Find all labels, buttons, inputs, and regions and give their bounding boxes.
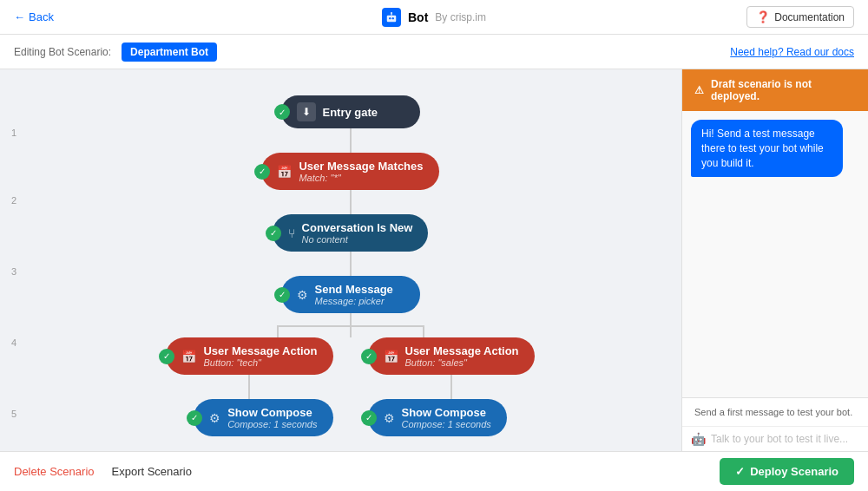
entry-download-icon: ⬇ [297, 102, 316, 121]
row-5: ✓ 📅 User Message Action Button: "tech" ✓ [36, 337, 664, 399]
alert-text: Draft scenario is not deployed. [711, 78, 856, 102]
svg-point-2 [392, 17, 394, 19]
row-num-2: 2 [0, 147, 28, 219]
connector-1 [350, 128, 352, 153]
side-panel: ⚠ Draft scenario is not deployed. Hi! Se… [681, 69, 868, 451]
bot-icon [382, 8, 401, 27]
gear-icon-1: ⚙ [297, 288, 308, 302]
canvas-area[interactable]: 1 2 3 4 5 6 ✓ ⬇ Entry gate [0, 69, 681, 451]
user-action-2-node[interactable]: ✓ 📅 User Message Action Button: "sales" [368, 337, 535, 375]
show-col-right: ✓ ⚙ Show Compose Compose: 1 seconds [368, 399, 507, 436]
user-action-1-text: User Message Action Button: "tech" [203, 344, 317, 368]
sub-bar: Editing Bot Scenario: Department Bot Nee… [0, 35, 868, 69]
back-button[interactable]: ← Back [14, 10, 54, 23]
row-2: ✓ 📅 User Message Matches Match: "*" [36, 153, 664, 214]
check-icon-5b: ✓ [361, 349, 377, 364]
send-msg-text: Send Message Message: picker [315, 283, 393, 306]
chat-input-row[interactable]: 🤖 Talk to your bot to test it live... [682, 427, 868, 451]
check-icon-2: ✓ [254, 164, 270, 180]
delete-scenario-link[interactable]: Delete Scenario [14, 465, 95, 478]
check-icon-5a: ✓ [159, 349, 174, 364]
app-subtitle: By crisp.im [435, 11, 486, 23]
user-action-2-sub: Button: "sales" [405, 357, 519, 368]
branch-col-right: ✓ 📅 User Message Action Button: "sales" [368, 337, 535, 399]
show-compose-1-title: Show Compose [227, 406, 317, 419]
user-action-2-text: User Message Action Button: "sales" [405, 344, 519, 368]
connector-3 [350, 252, 352, 276]
row-num-5: 5 [0, 361, 28, 432]
deploy-scenario-button[interactable]: ✓ Deploy Scenario [720, 458, 854, 485]
user-msg-title: User Message Matches [299, 160, 423, 173]
svg-rect-0 [387, 15, 397, 22]
top-bar-center: Bot By crisp.im [382, 8, 486, 27]
warning-icon: ⚠ [694, 84, 704, 96]
entry-gate-node[interactable]: ✓ ⬇ Entry gate [281, 95, 420, 128]
bottom-bar: Delete Scenario Export Scenario ✓ Deploy… [0, 451, 868, 491]
help-link[interactable]: Need help? Read our docs [730, 46, 854, 58]
row-num-1: 1 [0, 69, 28, 147]
entry-gate-title: Entry gate [323, 106, 378, 119]
check-icon-4: ✓ [274, 287, 290, 303]
check-icon-1: ✓ [274, 104, 290, 120]
back-arrow-icon: ← [14, 10, 25, 23]
send-msg-sub: Message: picker [315, 296, 393, 306]
user-action-2-title: User Message Action [405, 344, 519, 357]
connector-5a [248, 375, 250, 399]
doc-btn-label: Documentation [774, 11, 845, 23]
user-msg-text: User Message Matches Match: "*" [299, 160, 423, 183]
show-compose-1-node[interactable]: ✓ ⚙ Show Compose Compose: 1 seconds [194, 399, 332, 436]
user-action-1-node[interactable]: ✓ 📅 User Message Action Button: "tech" [166, 337, 332, 375]
connector-2 [350, 190, 352, 214]
editing-label: Editing Bot Scenario: [14, 46, 111, 58]
user-action-1-sub: Button: "tech" [203, 357, 317, 368]
flow-canvas: ✓ ⬇ Entry gate ✓ 📅 User Message Mat [28, 69, 681, 451]
branch-icon: ⑂ [288, 226, 295, 240]
entry-gate-text: Entry gate [323, 106, 378, 119]
row-num-4: 4 [0, 290, 28, 361]
branch-v-right [423, 325, 424, 337]
bot-name-badge[interactable]: Department Bot [122, 43, 217, 62]
calendar-icon-3: 📅 [384, 350, 398, 363]
calendar-icon-2: 📅 [181, 350, 196, 363]
show-compose-1-sub: Compose: 1 seconds [227, 419, 317, 429]
conversation-new-node[interactable]: ✓ ⑂ Conversation Is New No content [273, 214, 429, 252]
row-4: ✓ ⚙ Send Message Message: picker [36, 276, 664, 337]
branch-v-left [277, 325, 279, 337]
row-3: ✓ ⑂ Conversation Is New No content [36, 214, 664, 276]
user-msg-sub: Match: "*" [299, 173, 423, 183]
calendar-icon-1: 📅 [277, 165, 292, 179]
user-msg-matches-node[interactable]: ✓ 📅 User Message Matches Match: "*" [261, 153, 438, 190]
gear-icon-3: ⚙ [384, 411, 395, 425]
branch-col-left: ✓ 📅 User Message Action Button: "tech" [166, 337, 332, 399]
back-label: Back [29, 10, 54, 23]
side-alert: ⚠ Draft scenario is not deployed. [682, 69, 868, 111]
top-bar: ← Back Bot By crisp.im ❓ Documentation [0, 0, 868, 35]
app-title: Bot [408, 10, 428, 24]
export-scenario-link[interactable]: Export Scenario [112, 465, 193, 478]
check-icon-6a: ✓ [187, 410, 202, 426]
question-icon: ❓ [756, 10, 770, 23]
documentation-button[interactable]: ❓ Documentation [746, 6, 854, 28]
side-bottom: Send a first message to test your bot. 🤖… [682, 397, 868, 451]
send-msg-title: Send Message [315, 283, 393, 296]
chat-bubble: Hi! Send a test message there to test yo… [691, 120, 843, 177]
test-hint: Send a first message to test your bot. [682, 398, 868, 427]
row-6: ✓ ⚙ Show Compose Compose: 1 seconds ✓ ⚙ [36, 399, 664, 436]
show-compose-2-sub: Compose: 1 seconds [402, 419, 491, 429]
row-1: ✓ ⬇ Entry gate [36, 78, 664, 153]
chat-avatar-icon: 🤖 [691, 432, 706, 446]
side-chat: Hi! Send a test message there to test yo… [682, 111, 868, 397]
send-message-node[interactable]: ✓ ⚙ Send Message Message: picker [281, 276, 420, 313]
show-compose-1-text: Show Compose Compose: 1 seconds [227, 406, 317, 429]
gear-icon-2: ⚙ [209, 411, 220, 425]
show-col-left: ✓ ⚙ Show Compose Compose: 1 seconds [194, 399, 332, 436]
chat-input-placeholder: Talk to your bot to test it live... [711, 433, 848, 445]
branch-lines [203, 313, 498, 337]
check-icon-3: ✓ [266, 226, 281, 241]
show-compose-2-title: Show Compose [402, 406, 491, 419]
branch-h [277, 325, 424, 327]
show-compose-2-node[interactable]: ✓ ⚙ Show Compose Compose: 1 seconds [368, 399, 507, 436]
conv-new-sub: No content [302, 234, 413, 245]
row-num-3: 3 [0, 219, 28, 290]
check-icon-6b: ✓ [361, 410, 377, 426]
